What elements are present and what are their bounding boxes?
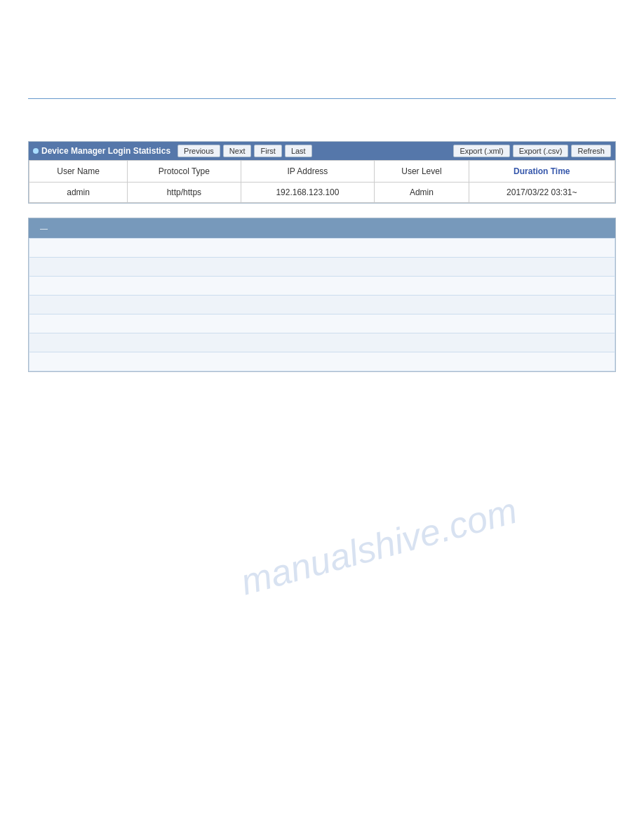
placeholder-row-6: [29, 333, 615, 352]
placeholder-row-4: [29, 296, 615, 315]
table-toolbar: Device Manager Login Statistics Previous…: [29, 142, 615, 160]
table-row: admin http/https 192.168.123.100 Admin 2…: [29, 183, 615, 203]
second-table-wrapper: —: [28, 218, 616, 372]
cell-protocol-type: http/https: [128, 183, 241, 203]
next-button[interactable]: Next: [223, 145, 252, 157]
placeholder-row-3: [29, 277, 615, 296]
placeholder-cell: [29, 315, 615, 333]
main-table-section: Device Manager Login Statistics Previous…: [28, 141, 616, 372]
export-xml-button[interactable]: Export (.xml): [453, 145, 509, 157]
col-ip-address: IP Address: [241, 161, 375, 183]
placeholder-cell: [29, 239, 615, 258]
placeholder-cell: [29, 352, 615, 371]
cell-duration-time: 2017/03/22 03:31~: [469, 183, 615, 203]
watermark: manualshive.com: [236, 489, 521, 604]
cell-ip-address: 192.168.123.100: [241, 183, 375, 203]
placeholder-row-1: [29, 239, 615, 258]
page-container: Device Manager Login Statistics Previous…: [0, 0, 644, 834]
toolbar-title-text: Device Manager Login Statistics: [41, 146, 170, 156]
previous-button[interactable]: Previous: [177, 145, 220, 157]
export-csv-button[interactable]: Export (.csv): [513, 145, 569, 157]
login-statistics-table-wrapper: Device Manager Login Statistics Previous…: [28, 141, 616, 204]
cell-user-name: admin: [29, 183, 128, 203]
placeholder-cell: [29, 258, 615, 277]
first-button[interactable]: First: [254, 145, 281, 157]
second-table-section: —: [28, 218, 616, 372]
refresh-button[interactable]: Refresh: [571, 145, 611, 157]
col-user-name: User Name: [29, 161, 128, 183]
top-divider: [28, 98, 616, 99]
col-user-level: User Level: [375, 161, 469, 183]
second-placeholder-table: [29, 238, 615, 371]
placeholder-row-2: [29, 258, 615, 277]
placeholder-cell: [29, 296, 615, 315]
login-statistics-table: User Name Protocol Type IP Address User …: [29, 160, 615, 203]
placeholder-cell: [29, 333, 615, 352]
col-protocol-type: Protocol Type: [128, 161, 241, 183]
title-bullet-icon: [33, 148, 39, 154]
placeholder-row-7: [29, 352, 615, 371]
cell-user-level: Admin: [375, 183, 469, 203]
second-toolbar-placeholder: —: [36, 224, 76, 232]
second-toolbar: —: [29, 218, 615, 238]
toolbar-title: Device Manager Login Statistics: [33, 146, 170, 156]
col-duration-time: Duration Time: [469, 161, 615, 183]
last-button[interactable]: Last: [285, 145, 312, 157]
placeholder-cell: [29, 277, 615, 296]
placeholder-row-5: [29, 315, 615, 333]
table-header-row: User Name Protocol Type IP Address User …: [29, 161, 615, 183]
